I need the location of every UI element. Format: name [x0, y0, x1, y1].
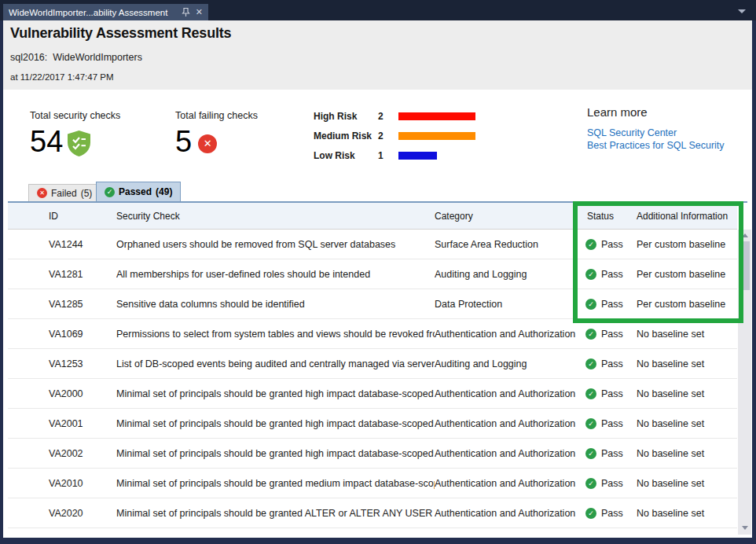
link-best-practices[interactable]: Best Practices for SQL Security	[587, 140, 725, 153]
cell-additional-info: No baseline set	[633, 448, 737, 459]
tab-failed[interactable]: ✕ Failed (5)	[28, 184, 101, 201]
risk-count: 2	[378, 130, 398, 142]
column-header-check: Security Check	[116, 211, 435, 222]
failed-icon: ✕	[37, 188, 47, 198]
column-header-id: ID	[8, 211, 116, 222]
risk-label: Low Risk	[314, 150, 378, 161]
cell-additional-info: No baseline set	[633, 358, 737, 369]
cell-id: VA1285	[8, 299, 116, 310]
pass-icon: ✓	[585, 478, 596, 489]
results-grid: ID Security Check Category Status Additi…	[8, 203, 737, 528]
cell-id: VA1069	[8, 329, 116, 340]
pin-icon[interactable]	[182, 7, 190, 17]
risk-count: 1	[378, 150, 398, 161]
cell-category: Authentication and Authorization	[435, 478, 583, 489]
pass-icon: ✓	[585, 508, 596, 519]
cell-additional-info: Per custom baseline	[633, 269, 737, 280]
close-icon[interactable]: ✕	[196, 8, 203, 17]
pass-icon: ✓	[585, 299, 596, 310]
scroll-up-arrow[interactable]	[738, 230, 751, 241]
page-header: Vulnerability Assessment Results sql2016…	[3, 20, 752, 90]
cell-security-check: List of DB-scoped events being audited a…	[116, 358, 435, 369]
pass-icon: ✓	[585, 239, 596, 250]
server-database-label: sql2016:WideWorldImporters	[10, 52, 142, 63]
risk-label: High Risk	[314, 111, 378, 122]
cell-id: VA1244	[8, 239, 116, 250]
risk-bar	[398, 152, 477, 160]
metric-total-checks: Total security checks 54	[30, 110, 120, 158]
risk-count: 2	[378, 111, 398, 122]
database-name: WideWorldImporters	[53, 52, 142, 63]
metric-failing-label: Total failing checks	[175, 110, 258, 121]
pass-icon: ✓	[585, 358, 596, 369]
table-row[interactable]: VA1244 Orphaned users should be removed …	[8, 230, 737, 259]
cell-status: ✓ Pass	[583, 508, 633, 519]
risk-bar	[398, 112, 477, 120]
table-body: VA1244 Orphaned users should be removed …	[8, 230, 737, 528]
table-row[interactable]: VA2020 Minimal set of principals should …	[8, 498, 737, 528]
tab-failed-count: (5)	[81, 188, 93, 199]
cell-category: Auditing and Logging	[435, 269, 583, 280]
cell-security-check: Permissions to select from system tables…	[116, 329, 435, 340]
cell-id: VA2020	[8, 508, 116, 519]
cell-additional-info: No baseline set	[633, 508, 737, 519]
scroll-down-arrow[interactable]	[738, 522, 751, 533]
cell-additional-info: No baseline set	[633, 478, 737, 489]
shield-check-icon	[68, 130, 90, 156]
app-window: WideWorldImporter...ability Assessment ✕…	[0, 0, 756, 544]
tab-passed-count: (49)	[156, 186, 172, 197]
tab-list-chevron-icon[interactable]	[738, 9, 746, 13]
column-header-category: Category	[435, 211, 583, 222]
table-row[interactable]: VA1285 Sensitive data columns should be …	[8, 289, 737, 319]
cell-additional-info: Per custom baseline	[633, 239, 737, 250]
scan-timestamp: at 11/22/2017 1:47:47 PM	[10, 72, 114, 82]
table-row[interactable]: VA2002 Minimal set of principals should …	[8, 439, 737, 469]
cell-id: VA1281	[8, 269, 116, 280]
metric-total-label: Total security checks	[30, 110, 120, 121]
scrollbar-thumb[interactable]	[739, 241, 750, 290]
cell-security-check: Minimal set of principals should be gran…	[116, 508, 435, 519]
cell-category: Authentication and Authorization	[435, 329, 583, 340]
learn-more-section: Learn more SQL Security Center Best Prac…	[587, 105, 725, 152]
risk-bar	[398, 132, 477, 140]
server-name: sql2016:	[10, 52, 47, 63]
cell-status: ✓ Pass	[583, 269, 633, 280]
vertical-scrollbar[interactable]	[738, 230, 751, 535]
tab-passed[interactable]: ✓ Passed (49)	[96, 182, 181, 201]
cell-status: ✓ Pass	[583, 239, 633, 250]
metric-failing-value: 5	[175, 125, 192, 158]
cell-additional-info: No baseline set	[633, 329, 737, 340]
cell-security-check: Sensitive data columns should be identif…	[116, 299, 435, 310]
table-row[interactable]: VA2000 Minimal set of principals should …	[8, 379, 737, 409]
cell-security-check: Minimal set of principals should be gran…	[116, 388, 435, 399]
tab-failed-label: Failed	[51, 188, 77, 199]
cell-category: Authentication and Authorization	[435, 388, 583, 399]
risk-chart: High Risk 2 Medium Risk 2 Low Risk 1	[314, 109, 477, 162]
table-row[interactable]: VA2010 Minimal set of principals should …	[8, 469, 737, 498]
cell-security-check: Minimal set of principals should be gran…	[116, 478, 435, 489]
learn-more-title: Learn more	[587, 105, 725, 119]
document-tab-title: WideWorldImporter...ability Assessment	[9, 8, 177, 17]
link-sql-security-center[interactable]: SQL Security Center	[587, 127, 725, 140]
cell-status: ✓ Pass	[583, 299, 633, 310]
cell-id: VA1253	[8, 358, 116, 369]
metric-failing-checks: Total failing checks 5 ✕	[175, 110, 258, 158]
document-tab[interactable]: WideWorldImporter...ability Assessment ✕	[3, 4, 208, 20]
pass-icon: ✓	[585, 448, 596, 459]
table-row[interactable]: VA1281 All memberships for user-defined …	[8, 259, 737, 289]
cell-category: Authentication and Authorization	[435, 508, 583, 519]
pass-icon: ✓	[585, 329, 596, 340]
risk-label: Medium Risk	[314, 130, 378, 142]
pass-icon: ✓	[585, 388, 596, 399]
cell-additional-info: No baseline set	[633, 388, 737, 399]
page-title: Vulnerability Assessment Results	[10, 25, 231, 42]
tab-passed-label: Passed	[119, 186, 152, 197]
table-row[interactable]: VA1069 Permissions to select from system…	[8, 319, 737, 349]
table-row[interactable]: VA2001 Minimal set of principals should …	[8, 409, 737, 439]
cell-category: Authentication and Authorization	[435, 418, 583, 429]
cell-id: VA2010	[8, 478, 116, 489]
cell-status: ✓ Pass	[583, 358, 633, 369]
cell-security-check: Orphaned users should be removed from SQ…	[116, 239, 435, 250]
cell-security-check: Minimal set of principals should be gran…	[116, 448, 435, 459]
table-row[interactable]: VA1253 List of DB-scoped events being au…	[8, 349, 737, 379]
